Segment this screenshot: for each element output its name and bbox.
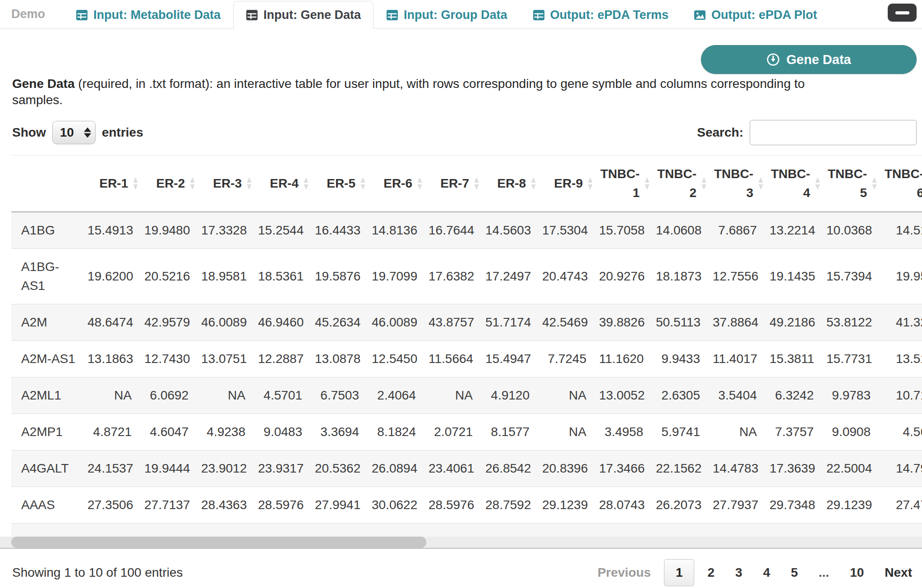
tab-input-metabolite-data[interactable]: Input: Metabolite Data (63, 1, 233, 29)
page-button-10[interactable]: 10 (839, 565, 874, 580)
collapse-button[interactable] (888, 4, 917, 22)
column-header-er-4[interactable]: ER-4 (255, 156, 312, 212)
sort-icon (246, 177, 252, 190)
column-header-er-9[interactable]: ER-9 (539, 156, 596, 212)
page-button-1[interactable]: 1 (664, 559, 695, 586)
value-cell: 15.2544 (255, 212, 312, 249)
value-cell: 30.0622 (369, 487, 426, 524)
value-cell: 19.7099 (369, 249, 426, 304)
download-gene-data-button[interactable]: Gene Data (701, 45, 917, 74)
value-cell: 10.71 (881, 377, 922, 414)
value-cell: 28.4363 (198, 487, 255, 524)
sort-icon (474, 177, 479, 190)
image-icon (694, 9, 706, 21)
column-header-tnbc-6[interactable]: TNBC-6 (881, 156, 922, 212)
column-header-tnbc-2[interactable]: TNBC-2 (653, 156, 710, 212)
value-cell: 27.7937 (710, 487, 767, 524)
value-cell: 4.56 (881, 414, 922, 450)
value-cell: 24.1537 (85, 450, 142, 487)
value-cell: 27.5260 (312, 524, 369, 537)
value-cell: 2.4064 (369, 377, 426, 414)
tab-input-gene-data[interactable]: Input: Gene Data (233, 1, 373, 29)
column-header-er-3[interactable]: ER-3 (198, 156, 255, 212)
entries-select[interactable]: 10 (52, 121, 96, 144)
value-cell: 2.0721 (426, 414, 483, 450)
column-header-tnbc-5[interactable]: TNBC-5 (824, 156, 881, 212)
corner-header-cell[interactable] (11, 156, 85, 212)
value-cell: 4.6047 (142, 414, 198, 450)
previous-page-button[interactable]: Previous (587, 565, 661, 580)
value-cell: 17.6382 (426, 249, 483, 304)
column-header-er-1[interactable]: ER-1 (85, 156, 142, 212)
value-cell: 19.5876 (312, 249, 369, 304)
value-cell: 42.5469 (539, 304, 596, 341)
gene-name-cell: A2ML1 (11, 377, 85, 414)
tab-input-group-data[interactable]: Input: Group Data (373, 1, 520, 29)
value-cell: 15.3811 (767, 341, 824, 377)
column-header-er-6[interactable]: ER-6 (369, 156, 426, 212)
sort-icon (701, 177, 707, 190)
column-header-tnbc-4[interactable]: TNBC-4 (767, 156, 824, 212)
value-cell: 28.0743 (596, 487, 653, 524)
next-page-button[interactable]: Next (874, 565, 917, 580)
value-cell: NA (539, 414, 596, 450)
value-cell: 4.9238 (198, 414, 255, 450)
value-cell: 7.3757 (767, 414, 824, 450)
table-row-a2m-as1: A2M-AS113.186312.743013.075112.288713.08… (11, 341, 922, 377)
column-header-er-8[interactable]: ER-8 (483, 156, 539, 212)
column-header-label: ER-5 (327, 176, 355, 190)
horizontal-scrollbar-thumb[interactable] (11, 537, 426, 548)
search-input[interactable] (750, 120, 917, 145)
gene-name-cell: A2M (11, 304, 85, 341)
value-cell: 25.1527 (85, 524, 142, 537)
value-cell: 8.1824 (369, 414, 426, 450)
table-row-a2m: A2M48.647442.957946.008946.946045.263446… (11, 304, 922, 341)
value-cell: 22.1562 (653, 450, 710, 487)
column-header-er-2[interactable]: ER-2 (142, 156, 198, 212)
description-text: Gene Data (required, in .txt format): an… (12, 76, 820, 109)
value-cell: 14.4783 (710, 450, 767, 487)
tab-label: Input: Gene Data (263, 8, 361, 22)
value-cell: 25.9052 (426, 524, 483, 537)
value-cell: 25.2032 (369, 524, 426, 537)
column-header-tnbc-3[interactable]: TNBC-3 (710, 156, 767, 212)
page-button-2[interactable]: 2 (697, 565, 725, 580)
value-cell: 3.5404 (710, 377, 767, 414)
tab-output-epda-terms[interactable]: Output: ePDA Terms (520, 1, 682, 29)
value-cell: 28.7592 (483, 487, 539, 524)
column-header-label: ER-1 (99, 176, 128, 190)
table-row-a2mp1: A2MP14.87214.60474.92389.04833.36948.182… (11, 414, 922, 450)
gene-data-table-wrapper: ER-1ER-2ER-3ER-4ER-5ER-6ER-7ER-8ER-9TNBC… (11, 155, 922, 537)
value-cell: 5.9741 (653, 414, 710, 450)
value-cell: 20.5362 (312, 450, 369, 487)
download-circle-icon (766, 53, 780, 66)
show-label: Show (12, 125, 46, 140)
value-cell: 43.8757 (426, 304, 483, 341)
value-cell: 19.9480 (142, 212, 198, 249)
tab-output-epda-plot[interactable]: Output: ePDA Plot (681, 1, 830, 29)
download-button-label: Gene Data (786, 52, 851, 67)
page-button-3[interactable]: 3 (725, 565, 753, 580)
column-header-er-5[interactable]: ER-5 (312, 156, 369, 212)
horizontal-scrollbar-track[interactable] (0, 537, 922, 548)
page-button-5[interactable]: 5 (780, 565, 808, 580)
value-cell: 8.1577 (483, 414, 539, 450)
table-row-aaas: AAAS27.350627.713728.436328.597627.99413… (11, 487, 922, 524)
sort-icon (871, 177, 877, 190)
gene-name-cell: A2M-AS1 (11, 341, 85, 377)
value-cell: NA (710, 414, 767, 450)
column-header-tnbc-1[interactable]: TNBC-1 (596, 156, 653, 212)
value-cell: 17.3328 (198, 212, 255, 249)
column-header-er-7[interactable]: ER-7 (426, 156, 483, 212)
page-button-4[interactable]: 4 (753, 565, 781, 580)
value-cell: 27.0485 (255, 524, 312, 537)
column-header-label: ER-3 (213, 176, 242, 190)
value-cell: 6.3242 (767, 377, 824, 414)
value-cell: 19.95 (881, 249, 922, 304)
value-cell: 9.9783 (824, 377, 881, 414)
value-cell: 10.0368 (824, 212, 881, 249)
table-row-a1bg-as1: A1BG-AS119.620020.521618.958118.536119.5… (11, 249, 922, 304)
value-cell: 41.32 (881, 304, 922, 341)
brand-title: Demo (11, 0, 57, 28)
column-header-label: TNBC-1 (600, 167, 640, 200)
